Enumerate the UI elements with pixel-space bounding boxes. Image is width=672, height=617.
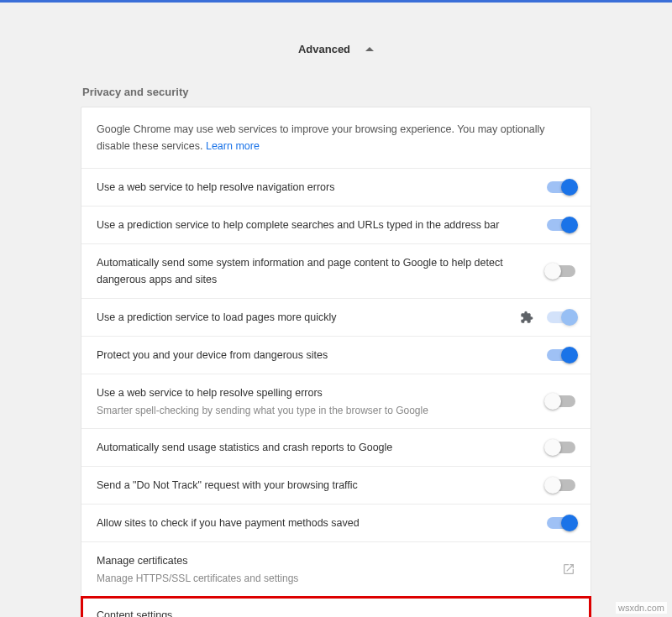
toggle-do-not-track[interactable] — [547, 479, 575, 491]
chevron-up-icon — [365, 47, 374, 52]
row-title: Content settings — [97, 607, 559, 617]
toggle-spelling[interactable] — [547, 395, 575, 407]
row-title: Use a prediction service to load pages m… — [97, 309, 520, 326]
row-title: Use a web service to help resolve naviga… — [97, 179, 547, 196]
row-do-not-track: Send a "Do Not Track" request with your … — [81, 467, 591, 505]
row-payment: Allow sites to check if you have payment… — [81, 505, 591, 542]
row-title: Automatically send usage statistics and … — [97, 439, 547, 456]
row-nav-errors: Use a web service to help resolve naviga… — [81, 169, 591, 207]
external-link-icon — [562, 562, 575, 576]
privacy-intro: Google Chrome may use web services to im… — [81, 107, 591, 169]
toggle-payment[interactable] — [547, 517, 575, 529]
row-title: Protect you and your device from dangero… — [97, 347, 547, 363]
intro-text: Google Chrome may use web services to im… — [97, 123, 545, 152]
row-safe-browsing: Protect you and your device from dangero… — [81, 337, 591, 374]
row-manage-certificates[interactable]: Manage certificates Manage HTTPS/SSL cer… — [81, 542, 591, 597]
privacy-card: Google Chrome may use web services to im… — [81, 107, 591, 617]
settings-advanced-container: Advanced Privacy and security Google Chr… — [81, 3, 591, 617]
row-preload: Use a prediction service to load pages m… — [81, 299, 591, 337]
row-title: Allow sites to check if you have payment… — [97, 515, 547, 531]
advanced-label: Advanced — [298, 43, 350, 55]
row-prediction: Use a prediction service to help complet… — [81, 207, 591, 244]
watermark: wsxdn.com — [616, 602, 667, 614]
row-title: Manage certificates — [97, 552, 552, 569]
row-auto-send: Automatically send some system informati… — [81, 244, 591, 299]
toggle-safe-browsing[interactable] — [547, 349, 575, 361]
row-subtitle: Smarter spell-checking by sending what y… — [97, 403, 547, 418]
row-title: Send a "Do Not Track" request with your … — [97, 477, 547, 494]
row-content-settings[interactable]: Content settings Control what informatio… — [81, 597, 591, 617]
section-title-privacy: Privacy and security — [81, 86, 591, 98]
row-title: Automatically send some system informati… — [97, 254, 547, 288]
row-title: Use a web service to help resolve spelli… — [97, 384, 547, 401]
toggle-prediction[interactable] — [547, 219, 575, 231]
extension-icon — [520, 311, 533, 324]
toggle-auto-send[interactable] — [547, 265, 575, 277]
row-usage-stats: Automatically send usage statistics and … — [81, 429, 591, 467]
row-title: Use a prediction service to help complet… — [97, 217, 547, 233]
toggle-nav-errors[interactable] — [547, 181, 575, 193]
learn-more-link[interactable]: Learn more — [206, 140, 260, 152]
row-spelling: Use a web service to help resolve spelli… — [81, 374, 591, 429]
toggle-usage-stats[interactable] — [547, 442, 575, 453]
row-subtitle: Manage HTTPS/SSL certificates and settin… — [97, 571, 552, 586]
advanced-toggle[interactable]: Advanced — [81, 43, 591, 55]
toggle-preload[interactable] — [547, 311, 575, 323]
